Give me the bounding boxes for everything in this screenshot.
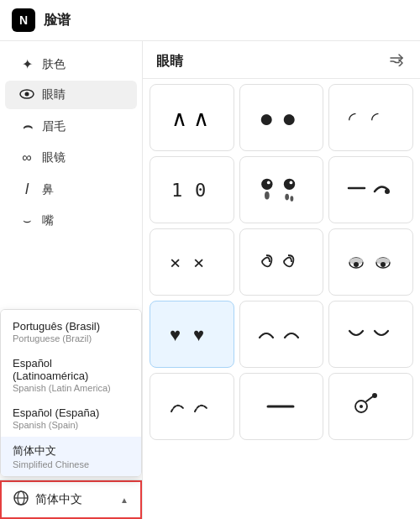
svg-text:×: ×	[193, 252, 204, 273]
eye-option-8[interactable]	[239, 228, 324, 296]
eye-option-9[interactable]	[328, 228, 413, 296]
svg-point-31	[381, 262, 386, 267]
eye-option-14[interactable]	[239, 373, 324, 440]
svg-point-1	[25, 92, 29, 97]
eye-option-4[interactable]: 1 0	[150, 156, 234, 223]
current-lang-text: 简体中文	[35, 492, 82, 507]
eye-option-1[interactable]: ∧ ∧	[150, 84, 234, 151]
eye-option-6[interactable]	[328, 156, 413, 223]
svg-text:×: ×	[170, 252, 181, 273]
eye-option-12[interactable]	[328, 301, 413, 368]
glasses-icon: ∞	[18, 150, 35, 165]
svg-point-28	[354, 262, 359, 267]
sidebar-item-brows[interactable]: ⌢ 眉毛	[5, 111, 137, 142]
eye-option-3[interactable]: ◜ ◜	[328, 84, 413, 151]
eye-option-10[interactable]: ♥ ♥	[150, 301, 234, 368]
sidebar-item-eyes[interactable]: 眼睛	[5, 81, 137, 109]
svg-text:♥: ♥	[193, 324, 204, 345]
svg-text:∧: ∧	[171, 107, 187, 131]
eye-option-15[interactable]	[328, 373, 413, 440]
svg-point-9	[269, 111, 274, 116]
eye-icon	[18, 87, 35, 102]
svg-point-36	[360, 405, 363, 408]
main-layout: ✦ 肤色 眼睛 ⌢ 眉毛 ∞ 眼镜 l	[0, 41, 420, 519]
shuffle-button[interactable]	[386, 51, 407, 71]
eye-option-2[interactable]: ● ●	[239, 84, 324, 151]
svg-text:●: ●	[281, 104, 297, 132]
eye-option-7[interactable]: × ×	[150, 228, 234, 296]
svg-text:1: 1	[171, 180, 182, 201]
svg-text:♥: ♥	[170, 324, 181, 345]
svg-text:◜: ◜	[371, 108, 379, 129]
lang-item-simplified-chinese[interactable]: 简体中文 Simplified Chinese	[1, 437, 141, 476]
svg-text:●: ●	[259, 104, 274, 132]
svg-text:◜: ◜	[349, 108, 356, 129]
top-bar: N 脸谱	[0, 0, 420, 41]
content-area: 眼睛 ∧ ∧	[143, 41, 420, 519]
skin-icon: ✦	[18, 56, 35, 72]
eye-option-13[interactable]	[150, 373, 234, 440]
sidebar-item-nose[interactable]: l 鼻	[5, 174, 137, 205]
svg-point-19	[290, 181, 293, 185]
sidebar-item-glasses[interactable]: ∞ 眼镜	[5, 144, 137, 172]
sidebar-item-mouth[interactable]: ⌣ 嘴	[5, 207, 137, 235]
nose-icon: l	[18, 181, 35, 198]
svg-point-16	[267, 181, 270, 185]
svg-point-10	[291, 111, 297, 116]
lang-item-portuguese-brazil[interactable]: Português (Brasil) Portuguese (Brazil)	[1, 313, 141, 350]
svg-point-15	[261, 179, 272, 190]
language-dropdown: Português (Brasil) Portuguese (Brazil) E…	[0, 309, 142, 477]
brow-icon: ⌢	[18, 118, 35, 135]
translate-icon	[13, 490, 29, 509]
svg-line-37	[366, 396, 373, 401]
svg-text:0: 0	[195, 180, 206, 201]
content-header: 眼睛	[143, 41, 420, 79]
svg-point-23	[385, 189, 390, 194]
lang-item-spanish-spain[interactable]: Español (España) Spanish (Spain)	[1, 400, 141, 437]
current-language-bar[interactable]: 简体中文 ▲	[0, 480, 142, 519]
svg-point-21	[290, 196, 293, 202]
svg-point-17	[265, 191, 270, 200]
lang-arrow-icon: ▲	[120, 495, 129, 505]
mouth-icon: ⌣	[18, 213, 35, 228]
app-title: 脸谱	[44, 12, 71, 29]
eye-option-11[interactable]	[239, 301, 324, 368]
sidebar-item-skin[interactable]: ✦ 肤色	[5, 50, 137, 79]
content-title: 眼睛	[156, 53, 183, 71]
lang-item-spanish-latam[interactable]: Español (Latinoamérica) Spanish (Latin A…	[1, 350, 141, 400]
eyes-grid: ∧ ∧ ● ● ◜ ◜	[143, 79, 420, 519]
svg-text:∧: ∧	[193, 107, 209, 131]
sidebar: ✦ 肤色 眼睛 ⌢ 眉毛 ∞ 眼镜 l	[0, 41, 143, 519]
eye-option-5[interactable]	[239, 156, 324, 223]
svg-point-18	[284, 179, 295, 190]
sidebar-footer: 简体中文 ▲	[0, 480, 142, 519]
svg-point-38	[372, 393, 377, 398]
svg-point-20	[285, 194, 289, 201]
app-logo: N	[12, 8, 35, 32]
